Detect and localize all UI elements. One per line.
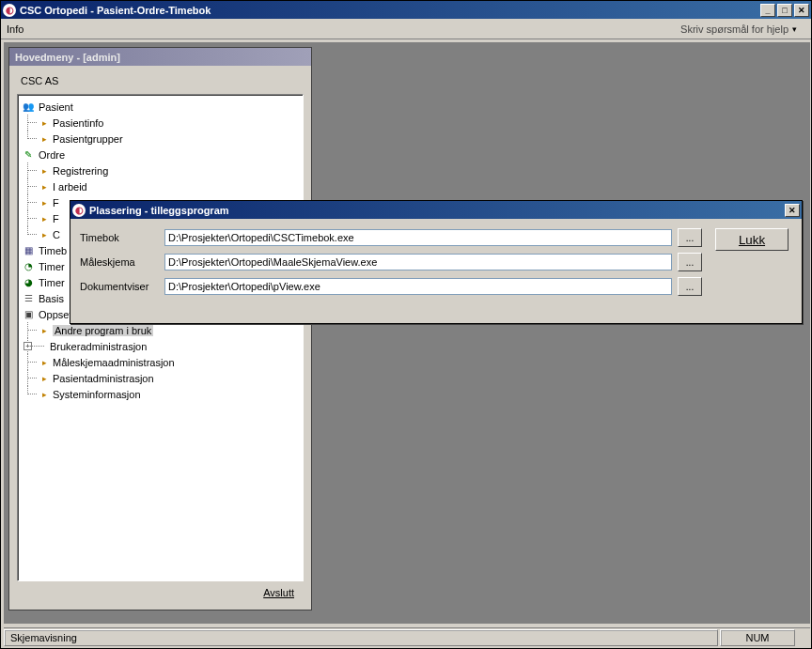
tree-label: Pasientinfo [53, 117, 103, 129]
tree-item-registrering[interactable]: ▸ Registrering [20, 162, 301, 178]
people-icon: 👥 [22, 100, 35, 114]
tree-item-systeminformasjon[interactable]: ▸ Systeminformasjon [20, 386, 301, 402]
chevron-down-icon: ▾ [792, 24, 802, 34]
arrow-icon: ▸ [42, 166, 47, 176]
field-label-timebok: Timebok [80, 232, 164, 243]
hovedmeny-title: Hovedmeny - [admin] [15, 52, 120, 63]
tree-label: Pasient [39, 101, 73, 113]
tree-label: Pasientadministrasjon [53, 373, 154, 384]
status-num: NUM [720, 629, 795, 646]
dialog-fields: Timebok ... Måleskjema ... Dokumentviser… [80, 228, 702, 296]
field-label-maleskjema: Måleskjema [80, 256, 164, 268]
mdi-client-area: Hovedmeny - [admin] CSC AS 👥 Pasient ▸ P… [4, 42, 810, 624]
arrow-icon: ▸ [42, 358, 47, 367]
field-label-dokumentviser: Dokumentviser [80, 281, 164, 292]
app-icon: ◐ [3, 4, 16, 17]
field-row-maleskjema: Måleskjema ... [80, 253, 702, 271]
tree-label: Ordre [39, 149, 65, 161]
tree-label: Måleskjemaadministrasjon [53, 357, 175, 368]
plassering-dialog: ◐ Plassering - tilleggsprogram ✕ Timebok… [70, 200, 803, 324]
dialog-body: Timebok ... Måleskjema ... Dokumentviser… [70, 219, 802, 323]
tree-label: Systeminformasjon [53, 389, 141, 400]
clock-icon: ◕ [22, 276, 35, 289]
maleskjema-browse-button[interactable]: ... [678, 253, 702, 271]
arrow-icon: ▸ [42, 374, 47, 383]
tree-label: Andre program i bruk [53, 325, 153, 336]
menubar: Info Skriv spørsmål for hjelp ▾ [1, 19, 811, 39]
tree-label: Timer [39, 261, 65, 272]
calendar-icon: ▦ [22, 244, 35, 257]
avslutt-link[interactable]: Avslutt [263, 587, 294, 598]
help-question-box[interactable]: Skriv spørsmål for hjelp ▾ [677, 23, 805, 35]
tree-item-brukeradministrasjon[interactable]: + Brukeradministrasjon [20, 338, 301, 354]
dialog-title: Plassering - tilleggsprogram [89, 205, 785, 216]
clipboard-icon: ✎ [22, 148, 35, 162]
tree-item-iarbeid[interactable]: ▸ I arbeid [20, 178, 301, 194]
settings-icon: ▣ [22, 308, 35, 321]
tree-item-pasientgrupper[interactable]: ▸ Pasientgrupper [20, 131, 301, 147]
tree-label: Basis [39, 293, 64, 304]
window-controls: _ □ ✕ [760, 4, 809, 17]
arrow-icon: ▸ [42, 134, 47, 144]
app-title: CSC Ortopedi - Pasient-Ordre-Timebok [20, 5, 760, 16]
tree-label: Timer [39, 277, 65, 288]
clock-icon: ◔ [22, 260, 35, 273]
arrow-icon: ▸ [42, 182, 47, 192]
arrow-icon: ▸ [42, 390, 47, 399]
tree-label: F [53, 213, 59, 224]
app-window: ◐ CSC Ortopedi - Pasient-Ordre-Timebok _… [0, 0, 812, 649]
tree-node-pasient[interactable]: 👥 Pasient [20, 99, 301, 115]
menu-info[interactable]: Info [7, 23, 23, 35]
tree-item-pasientinfo[interactable]: ▸ Pasientinfo [20, 115, 301, 131]
app-titlebar: ◐ CSC Ortopedi - Pasient-Ordre-Timebok _… [1, 1, 811, 19]
tree-label: F [53, 197, 59, 209]
tree-label: C [53, 229, 60, 240]
close-button[interactable]: ✕ [794, 4, 809, 17]
tree-label: Pasientgrupper [53, 133, 123, 145]
status-left: Skjemavisning [4, 629, 718, 646]
help-placeholder: Skriv spørsmål for hjelp [680, 23, 789, 35]
lukk-button[interactable]: Lukk [715, 228, 789, 251]
timebok-input[interactable] [164, 229, 672, 246]
nav-tree: 👥 Pasient ▸ Pasientinfo ▸ Pasientgrupper… [17, 94, 304, 581]
tree-label: Brukeradministrasjon [50, 341, 147, 352]
tree-item-maleskjemaadmin[interactable]: ▸ Måleskjemaadministrasjon [20, 354, 301, 370]
dialog-close-button[interactable]: ✕ [785, 204, 800, 217]
timebok-browse-button[interactable]: ... [678, 228, 702, 247]
app-icon: ◐ [72, 204, 86, 217]
dialog-titlebar: ◐ Plassering - tilleggsprogram ✕ [70, 201, 802, 219]
tree-label: Timeb [39, 245, 67, 256]
arrow-icon: ▸ [42, 326, 47, 335]
hovedmeny-body: CSC AS 👥 Pasient ▸ Pasientinfo ▸ Pasient… [9, 66, 311, 610]
tree-label: Registrering [53, 165, 108, 177]
hovedmeny-titlebar: Hovedmeny - [admin] [9, 48, 311, 66]
arrow-icon: ▸ [42, 230, 47, 240]
minimize-button[interactable]: _ [760, 4, 775, 17]
hovedmeny-header: CSC AS [17, 73, 304, 88]
menu-left: Info [7, 23, 677, 35]
dokumentviser-input[interactable] [164, 278, 672, 295]
list-icon: ☰ [22, 292, 35, 305]
field-row-dokumentviser: Dokumentviser ... [80, 277, 702, 296]
dokumentviser-browse-button[interactable]: ... [678, 277, 702, 296]
hovedmeny-window: Hovedmeny - [admin] CSC AS 👥 Pasient ▸ P… [8, 47, 312, 610]
statusbar: Skjemavisning NUM [4, 627, 810, 646]
field-row-timebok: Timebok ... [80, 228, 702, 247]
tree-node-ordre[interactable]: ✎ Ordre [20, 147, 301, 162]
arrow-icon: ▸ [42, 118, 47, 128]
maximize-button[interactable]: □ [777, 4, 792, 17]
avslutt-row: Avslutt [17, 581, 304, 602]
arrow-icon: ▸ [42, 214, 47, 224]
tree-label: I arbeid [53, 181, 87, 193]
tree-item-andre-program[interactable]: ▸ Andre program i bruk [20, 322, 301, 338]
expand-icon[interactable]: + [23, 342, 32, 350]
maleskjema-input[interactable] [164, 254, 672, 270]
arrow-icon: ▸ [42, 198, 47, 208]
tree-item-pasientadministrasjon[interactable]: ▸ Pasientadministrasjon [20, 370, 301, 386]
